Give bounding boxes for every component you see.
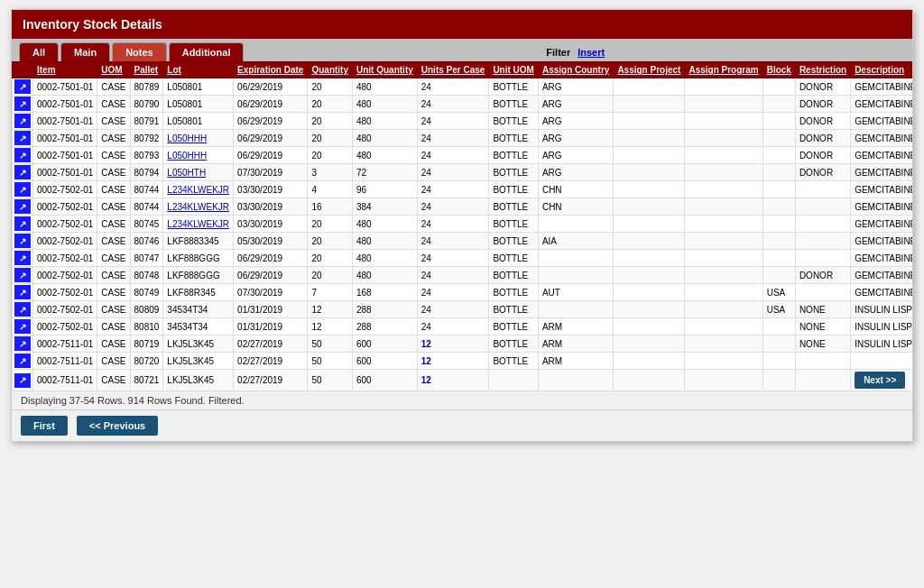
row-nav-button[interactable]: ↗ <box>14 354 31 368</box>
cell-item: 0002-7502-01 <box>33 318 97 335</box>
row-nav-button[interactable]: ↗ <box>14 182 31 197</box>
cell-uqty: 384 <box>353 198 418 216</box>
cell-qty: 20 <box>308 78 353 96</box>
row-nav-button[interactable]: ↗ <box>14 165 31 179</box>
cell-block <box>762 164 795 181</box>
cell-exp: 02/27/2019 <box>234 370 308 391</box>
cell-lot: 34534T34 <box>163 318 234 335</box>
col-restriction[interactable]: Restriction <box>795 62 850 78</box>
row-nav-button[interactable]: ↗ <box>14 216 31 231</box>
row-nav-button[interactable]: ↗ <box>14 319 31 334</box>
cell-desc: GEMCITABINE HYDRO <box>851 96 912 113</box>
cell-block <box>762 267 795 284</box>
col-country[interactable]: Assign Country <box>538 62 613 78</box>
row-nav-button[interactable]: ↗ <box>14 96 31 111</box>
row-nav-button[interactable]: ↗ <box>14 268 31 282</box>
cell-program <box>685 130 762 147</box>
cell-block <box>762 250 795 267</box>
row-nav-button[interactable]: ↗ <box>14 251 31 265</box>
cell-program <box>685 113 762 130</box>
cell-pallet: 80791 <box>130 113 163 130</box>
cell-pallet: 80792 <box>130 130 163 147</box>
row-nav-button[interactable]: ↗ <box>14 79 31 94</box>
cell-project <box>614 147 685 164</box>
cell-project <box>614 164 685 181</box>
cell-lot: LKJ5L3K45 <box>163 335 234 353</box>
cell-uqty: 168 <box>353 284 418 301</box>
cell-block <box>762 370 795 391</box>
next-button[interactable]: Next >> <box>855 372 905 389</box>
cell-restriction: NONE <box>795 335 850 353</box>
cell-item: 0002-7502-01 <box>33 250 97 267</box>
table-row: ↗0002-7502-01CASE80746LKF888334505/30/20… <box>13 233 913 250</box>
cell-uqty: 480 <box>353 216 418 233</box>
row-nav-button[interactable]: ↗ <box>14 114 31 128</box>
col-uom[interactable]: UOM <box>97 62 130 78</box>
row-nav-button[interactable]: ↗ <box>14 234 31 248</box>
table-body: ↗0002-7501-01CASE80789L05080106/29/20192… <box>13 78 913 391</box>
cell-upc: 24 <box>417 164 489 181</box>
cell-exp: 03/30/2019 <box>234 181 308 198</box>
tab-all[interactable]: All <box>19 42 59 61</box>
row-nav-button[interactable]: ↗ <box>14 302 31 317</box>
cell-program <box>685 233 762 250</box>
cell-desc: GEMCITABINE HYDRO <box>851 216 912 233</box>
tab-additional[interactable]: Additional <box>169 42 245 61</box>
row-nav-button[interactable]: ↗ <box>14 131 31 145</box>
tab-main[interactable]: Main <box>60 42 110 61</box>
cell-country: AUT <box>538 284 613 301</box>
cell-item: 0002-7501-01 <box>33 96 97 113</box>
table-row: ↗0002-7502-01CASE80747LKF888GGG06/29/201… <box>13 250 913 267</box>
cell-item: 0002-7502-01 <box>33 181 97 198</box>
cell-upc: 12 <box>417 353 489 370</box>
col-unituom[interactable]: Unit UOM <box>489 62 539 78</box>
cell-block <box>762 113 795 130</box>
cell-exp: 06/29/2019 <box>234 78 308 96</box>
cell-country: ARG <box>538 130 613 147</box>
row-nav-button[interactable]: ↗ <box>14 336 31 351</box>
cell-country: ARG <box>538 164 613 181</box>
cell-item: 0002-7501-01 <box>33 130 97 147</box>
cell-uom: CASE <box>97 301 130 318</box>
col-upc[interactable]: Units Per Case <box>417 62 489 78</box>
col-expdate[interactable]: Expiration Date <box>234 62 308 78</box>
cell-exp: 05/30/2019 <box>234 233 308 250</box>
col-desc[interactable]: Description <box>851 62 912 78</box>
prev-button[interactable]: << Previous <box>77 416 158 436</box>
cell-exp: 06/29/2019 <box>234 267 308 284</box>
cell-project <box>614 318 685 335</box>
cell-uuom: BOTTLE <box>489 96 539 113</box>
cell-program <box>685 96 762 113</box>
insert-link[interactable]: Insert <box>578 47 605 58</box>
cell-exp: 02/27/2019 <box>234 353 308 370</box>
tab-bar: All Main Notes Additional Filter Insert <box>12 39 912 61</box>
tab-notes[interactable]: Notes <box>112 42 167 61</box>
cell-project <box>614 335 685 353</box>
cell-desc: GEMCITABINE HYDRO <box>851 233 912 250</box>
col-project[interactable]: Assign Project <box>614 62 685 78</box>
col-program[interactable]: Assign Program <box>685 62 762 78</box>
cell-pallet: 80749 <box>130 284 163 301</box>
cell-project <box>614 216 685 233</box>
col-unitqty[interactable]: Unit Quantity <box>353 62 418 78</box>
row-nav-button[interactable]: ↗ <box>14 199 31 214</box>
col-block[interactable]: Block <box>762 62 795 78</box>
first-button[interactable]: First <box>21 416 68 436</box>
row-nav-button[interactable]: ↗ <box>14 148 31 162</box>
row-nav-button[interactable]: ↗ <box>14 373 31 388</box>
cell-lot: L050801 <box>163 113 234 130</box>
cell-program <box>685 250 762 267</box>
row-nav-button[interactable]: ↗ <box>14 285 31 299</box>
cell-project <box>614 130 685 147</box>
cell-qty: 12 <box>308 318 353 335</box>
col-lot[interactable]: Lot <box>163 62 234 78</box>
col-item[interactable]: Item <box>33 62 97 78</box>
cell-uom: CASE <box>97 335 130 353</box>
cell-program <box>685 370 762 391</box>
cell-block <box>762 216 795 233</box>
table-container[interactable]: Item UOM Pallet Lot Expiration Date Quan… <box>12 61 912 391</box>
col-pallet[interactable]: Pallet <box>130 62 163 78</box>
cell-qty: 7 <box>308 284 353 301</box>
cell-lot: LKF888GGG <box>163 250 234 267</box>
col-quantity[interactable]: Quantity <box>308 62 353 78</box>
